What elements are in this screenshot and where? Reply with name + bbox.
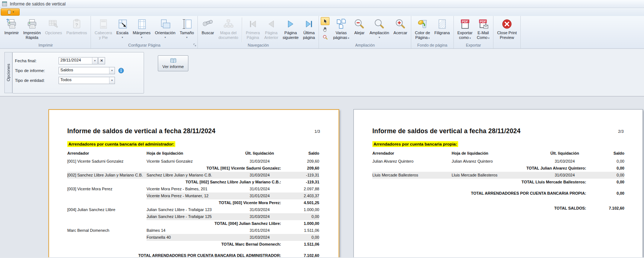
svg-text:PDF: PDF bbox=[462, 19, 468, 23]
table-row: [001] Vicente Sadurni GonzalezVicente Sa… bbox=[67, 158, 319, 165]
table-cell: [004] Julian Sanchez Llibre bbox=[67, 206, 147, 213]
margenes-button[interactable]: Márgenes▾ bbox=[131, 17, 153, 40]
table-cell: 0,00 bbox=[281, 234, 319, 241]
total-label: TOTAL [004] Julian Sanchez Llibre: bbox=[67, 220, 281, 227]
varias-paginas-button[interactable]: Variaspáginas ▾ bbox=[331, 17, 351, 40]
table-cell: Lluis Mercade Ballesteros bbox=[452, 172, 543, 179]
total-label: TOTAL Julian Alvarez Quintero: bbox=[372, 165, 586, 172]
ver-informe-button[interactable]: Ver informe bbox=[158, 55, 188, 71]
total-label: TOTAL SALDOS: bbox=[372, 197, 586, 212]
opciones-button: Opciones bbox=[43, 17, 64, 35]
zoom-in-icon bbox=[395, 18, 406, 30]
primera-pagina-button: PrimeraPágina bbox=[244, 17, 262, 40]
table-cell: 31/03/2024 bbox=[238, 158, 281, 165]
email-como-button[interactable]: PDFE-MailComo ▾ bbox=[475, 17, 492, 40]
clear-date-button[interactable]: ✕ bbox=[98, 57, 105, 64]
zoom-out-icon bbox=[353, 18, 365, 30]
pagina-siguiente-button[interactable]: Páginasiguiente bbox=[280, 17, 301, 40]
table-cell: 31/01/2024 bbox=[238, 227, 281, 234]
mouse-pointer-icon bbox=[323, 19, 328, 24]
table-cell: 31/01/2024 bbox=[238, 186, 281, 192]
chevron-down-icon: ▾ bbox=[347, 37, 349, 39]
column-header: Saldo bbox=[586, 150, 624, 158]
options-side-tab[interactable]: Opciones bbox=[4, 52, 12, 93]
close-preview-icon bbox=[501, 18, 513, 30]
column-header: Últ. liquidación bbox=[543, 150, 586, 158]
table-header-row: ArrendadorHoja de liquidaciónÚlt. liquid… bbox=[67, 150, 319, 158]
tipo-informe-select[interactable]: Saldos ▼ bbox=[59, 67, 115, 74]
report-page-1-of-3[interactable]: Informe de saldos de vertical a fecha 28… bbox=[48, 109, 339, 257]
field-row-fecha-final: Fecha final: 28/11/2024 ▼ ✕ bbox=[15, 57, 144, 64]
chevron-down-icon[interactable]: ▼ bbox=[92, 57, 97, 64]
table-cell: 0,00 bbox=[281, 213, 319, 220]
acercar-button[interactable]: Acercar bbox=[391, 17, 409, 35]
table-cell: Sanchez Llibre Julian y Mariano C.B. bbox=[147, 172, 238, 179]
column-header: Arrendador bbox=[372, 150, 452, 158]
table-cell: Julian Alvarez Quintero bbox=[372, 158, 452, 165]
report-page-2-of-3[interactable]: Informe de saldos de vertical a fecha 28… bbox=[353, 109, 643, 257]
ribbon-group-configurar-pagina: Cabeceray PieEscala▾Márgenes▾Orientación… bbox=[91, 16, 198, 48]
total-value: 4.501,25 bbox=[281, 199, 319, 206]
table-cell: 209,60 bbox=[281, 158, 319, 165]
zoom-herramienta-button[interactable] bbox=[321, 33, 329, 41]
buscar-button[interactable]: Buscar bbox=[199, 17, 216, 35]
fecha-final-value: 28/11/2024 bbox=[59, 57, 92, 64]
total-label: TOTAL [001] Vicente Sadurni Gonzalez: bbox=[67, 165, 281, 172]
puntero-button[interactable] bbox=[321, 17, 329, 25]
escala-button[interactable]: Escala▾ bbox=[114, 17, 131, 40]
parametros-button: ?Parámetros bbox=[64, 17, 89, 35]
imprimir-button[interactable]: ?Imprimir bbox=[2, 17, 21, 35]
impresion-rapida-button[interactable]: ImpresiónRápida bbox=[21, 17, 43, 40]
table-cell: Vicente Sadurni Gonzalez bbox=[147, 158, 238, 165]
parameters-icon: ? bbox=[71, 18, 83, 30]
print-preview-area: Informe de saldos de vertical a fecha 28… bbox=[0, 96, 644, 257]
tipo-entidad-select[interactable]: Todos ▼ bbox=[59, 77, 115, 84]
ultima-pagina-button[interactable]: Últimapágina bbox=[301, 17, 317, 40]
mano-button[interactable] bbox=[321, 25, 329, 33]
table-cell: 31/03/2024 bbox=[543, 172, 586, 179]
email-pdf-icon: PDF bbox=[477, 18, 489, 30]
close-print-preview-button[interactable]: Close PrintPreview bbox=[495, 17, 519, 40]
export-pdf-icon: PDF bbox=[459, 18, 471, 30]
chevron-down-icon: ▾ bbox=[13, 11, 14, 13]
chevron-down-icon: ▾ bbox=[369, 35, 389, 40]
fecha-final-label: Fecha final: bbox=[15, 59, 59, 63]
ver-informe-label: Ver informe bbox=[163, 64, 184, 69]
dialog-launcher-icon[interactable] bbox=[193, 43, 197, 47]
ampliacion-button[interactable]: Ampliación▾ bbox=[367, 17, 391, 40]
tamano-button[interactable]: Tamaño▾ bbox=[177, 17, 196, 40]
table-cell: 1.511,06 bbox=[281, 227, 319, 234]
alejar-button[interactable]: Alejar bbox=[351, 17, 367, 35]
grand-total-row: TOTAL SALDOS:7.102,60 bbox=[372, 197, 624, 212]
ribbon-group-navegacion: BuscarMapa deldocumentoPrimeraPáginaPági… bbox=[198, 16, 319, 48]
grand-total-row: TOTAL ARRENDADORES POR CUENTA BANCARIA D… bbox=[67, 248, 319, 257]
section-heading: Arrendadores por cuenta bancaria del adm… bbox=[67, 141, 175, 147]
total-value: 0,00 bbox=[586, 179, 624, 186]
total-value: 7.102,60 bbox=[281, 248, 319, 257]
pagina-anterior-button: PáginaAnterior bbox=[262, 17, 281, 40]
filigrana-button[interactable]: Filigrana bbox=[432, 17, 452, 35]
table-cell: Lluis Mercade Ballesteros bbox=[372, 172, 452, 179]
chevron-down-icon[interactable]: ▼ bbox=[109, 77, 115, 84]
table-row: [003] Vicente Mora PerezVicente Mora Per… bbox=[67, 186, 319, 192]
total-value: 0,00 bbox=[586, 186, 624, 197]
table-cell: 0,00 bbox=[586, 158, 624, 165]
options-strip: Opciones Fecha final: 28/11/2024 ▼ ✕ Tip… bbox=[0, 49, 644, 96]
magnifier-small-icon bbox=[323, 35, 328, 40]
section-heading: Arrendadores por cuenta bancaria propia: bbox=[372, 141, 458, 147]
orientacion-button[interactable]: Orientación▾ bbox=[153, 17, 177, 40]
total-value: 1.000,00 bbox=[281, 220, 319, 227]
column-header: Hoja de liquidación bbox=[452, 150, 543, 158]
tipo-entidad-value: Todos bbox=[59, 77, 109, 84]
color-de-pagina-button[interactable]: Color dePágina ▾ bbox=[413, 17, 432, 40]
total-label: TOTAL [003] Vicente Mora Perez: bbox=[67, 199, 281, 206]
fecha-final-input[interactable]: 28/11/2024 ▼ bbox=[59, 57, 98, 64]
table-row: Lluis Mercade BallesterosLluis Mercade B… bbox=[372, 172, 624, 179]
chevron-down-icon[interactable]: ▼ bbox=[109, 67, 115, 74]
exportar-como-button[interactable]: PDFExportarcomo ▾ bbox=[455, 17, 475, 40]
application-menu-button[interactable]: ▾ bbox=[1, 8, 20, 16]
ribbon-group-label: Exportar bbox=[454, 43, 493, 48]
first-page-icon bbox=[247, 18, 259, 30]
hand-icon bbox=[323, 27, 328, 32]
table-cell: Julian Alvarez Quintero bbox=[452, 158, 543, 165]
